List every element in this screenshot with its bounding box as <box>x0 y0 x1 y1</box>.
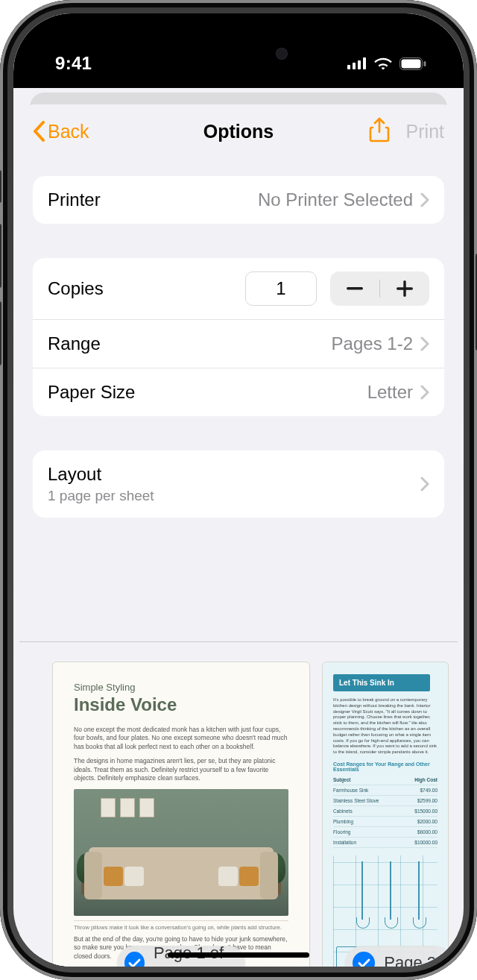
volume-up-button <box>0 224 1 288</box>
copies-decrement-button[interactable] <box>330 271 379 306</box>
range-label: Range <box>48 333 101 354</box>
layout-row[interactable]: Layout 1 page per sheet <box>33 450 444 518</box>
battery-icon <box>399 57 426 70</box>
svg-rect-0 <box>347 65 350 69</box>
page2-table-row: Stainless Steel Stove$2599.00 <box>333 796 437 806</box>
page2-table-row: Farmhouse Sink$749.00 <box>333 785 437 796</box>
share-button[interactable] <box>369 117 390 145</box>
page1-title: Inside Voice <box>74 694 288 715</box>
layout-group: Layout 1 page per sheet <box>33 450 444 518</box>
svg-rect-9 <box>397 287 413 289</box>
checkmark-icon <box>358 958 370 967</box>
status-time: 9:41 <box>55 53 92 74</box>
chevron-left-icon <box>33 121 46 142</box>
copies-row: Copies 1 <box>33 258 444 319</box>
page2-banner: Let This Sink In <box>333 674 430 691</box>
minus-icon <box>347 287 363 290</box>
printer-row[interactable]: Printer No Printer Selected <box>33 176 444 224</box>
checkmark-icon <box>128 958 141 967</box>
settings-group: Copies 1 <box>33 258 444 416</box>
printer-group: Printer No Printer Selected <box>33 176 444 224</box>
chevron-right-icon <box>420 336 429 351</box>
mute-switch <box>0 170 1 203</box>
paper-size-value: Letter <box>367 382 413 403</box>
printer-value: No Printer Selected <box>258 189 413 210</box>
page2-table-heading: Cost Ranges for Your Range and Other Ess… <box>333 761 437 772</box>
page1-body1: No one except the most dedicated monk ha… <box>74 726 288 751</box>
svg-rect-3 <box>363 57 366 69</box>
page2-table-row: Cabinets$15000.00 <box>333 806 437 817</box>
plus-icon <box>397 280 413 297</box>
page1-body2: The designs in home magazines aren't lie… <box>74 757 288 782</box>
page-preview-strip[interactable]: Simple Styling Inside Voice No one excep… <box>19 641 458 967</box>
print-options-sheet: Back Options Print Printer No Printer Se… <box>19 104 458 967</box>
range-value: Pages 1-2 <box>332 333 413 354</box>
chevron-right-icon <box>420 477 429 491</box>
volume-down-button <box>0 301 1 365</box>
page1-checkbox[interactable] <box>124 952 145 967</box>
page2-pill-label: Page 2 <box>384 953 436 967</box>
chevron-right-icon <box>420 385 429 400</box>
page1-image <box>74 789 288 916</box>
preview-page-1[interactable]: Simple Styling Inside Voice No one excep… <box>52 662 310 967</box>
copies-label: Copies <box>48 278 104 299</box>
copies-stepper <box>330 271 429 306</box>
back-label: Back <box>48 121 89 142</box>
copies-increment-button[interactable] <box>380 271 429 306</box>
page2-table-row: Flooring$6000.00 <box>333 827 437 838</box>
range-row[interactable]: Range Pages 1-2 <box>33 319 444 368</box>
layout-subtitle: 1 page per sheet <box>48 488 154 504</box>
svg-rect-5 <box>402 59 421 68</box>
chevron-right-icon <box>420 192 429 207</box>
dynamic-island <box>171 36 306 72</box>
svg-rect-2 <box>358 60 361 69</box>
home-indicator[interactable] <box>168 952 309 958</box>
printer-label: Printer <box>48 189 101 210</box>
page2-table-row: Plumbing$2000.00 <box>333 817 437 827</box>
copies-value[interactable]: 1 <box>245 271 317 306</box>
navigation-bar: Back Options Print <box>19 104 458 158</box>
page2-indicator[interactable]: Page 2 <box>345 946 449 967</box>
page1-caption: Throw pillows make it look like a conver… <box>74 920 288 931</box>
svg-rect-7 <box>347 287 363 289</box>
share-icon <box>369 117 390 142</box>
svg-rect-1 <box>353 63 356 69</box>
layout-label: Layout <box>48 464 154 485</box>
page2-text: It's possible to break ground on a conte… <box>333 697 437 756</box>
preview-page-2[interactable]: Let This Sink In It's possible to break … <box>322 662 449 967</box>
print-button: Print <box>406 121 444 142</box>
page1-kicker: Simple Styling <box>74 682 288 693</box>
page2-checkbox[interactable] <box>353 952 375 967</box>
svg-rect-6 <box>424 61 426 66</box>
page2-table-row: Installation$10000.00 <box>333 838 437 848</box>
cellular-icon <box>347 57 367 69</box>
back-button[interactable]: Back <box>33 121 89 142</box>
paper-size-row[interactable]: Paper Size Letter <box>33 368 444 416</box>
wifi-icon <box>374 57 392 70</box>
paper-size-label: Paper Size <box>48 382 135 403</box>
